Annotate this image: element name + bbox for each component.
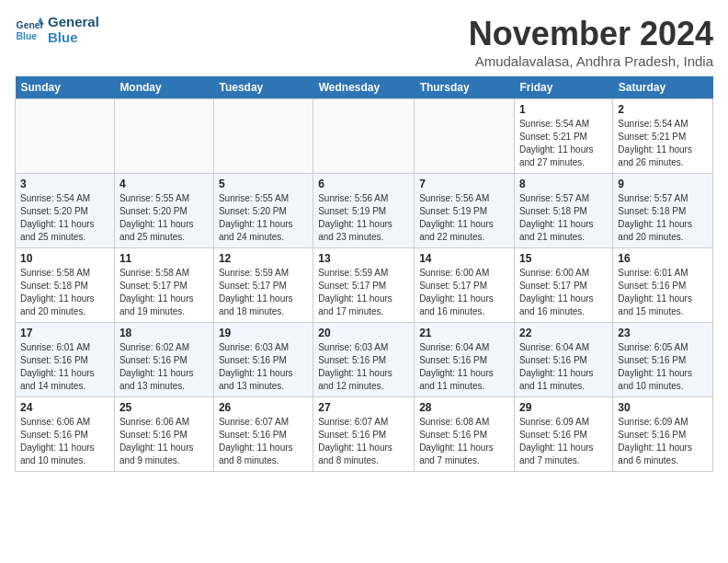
day-number: 17 (20, 327, 109, 339)
svg-text:Blue: Blue (17, 30, 38, 40)
calendar-cell: 30Sunrise: 6:09 AM Sunset: 5:16 PM Dayli… (613, 397, 713, 472)
calendar-cell: 25Sunrise: 6:06 AM Sunset: 5:16 PM Dayli… (114, 397, 213, 472)
calendar-week-3: 10Sunrise: 5:58 AM Sunset: 5:18 PM Dayli… (16, 248, 713, 323)
day-info: Sunrise: 6:04 AM Sunset: 5:16 PM Dayligh… (519, 341, 608, 393)
calendar-cell: 24Sunrise: 6:06 AM Sunset: 5:16 PM Dayli… (16, 397, 115, 472)
calendar-cell (114, 99, 213, 174)
day-number: 12 (219, 252, 308, 265)
day-info: Sunrise: 6:01 AM Sunset: 5:16 PM Dayligh… (618, 267, 708, 318)
day-info: Sunrise: 5:58 AM Sunset: 5:18 PM Dayligh… (20, 267, 109, 318)
calendar-cell: 11Sunrise: 5:58 AM Sunset: 5:17 PM Dayli… (114, 248, 213, 323)
page-header: General Blue General Blue November 2024 … (15, 15, 713, 69)
calendar-cell: 26Sunrise: 6:07 AM Sunset: 5:16 PM Dayli… (213, 397, 313, 472)
calendar-cell: 4Sunrise: 5:55 AM Sunset: 5:20 PM Daylig… (114, 174, 213, 248)
calendar-cell: 15Sunrise: 6:00 AM Sunset: 5:17 PM Dayli… (514, 248, 612, 323)
calendar-cell (213, 99, 313, 174)
calendar-cell: 16Sunrise: 6:01 AM Sunset: 5:16 PM Dayli… (613, 248, 713, 323)
day-info: Sunrise: 5:55 AM Sunset: 5:20 PM Dayligh… (219, 192, 308, 244)
calendar-cell: 14Sunrise: 6:00 AM Sunset: 5:17 PM Dayli… (415, 248, 515, 323)
calendar-week-4: 17Sunrise: 6:01 AM Sunset: 5:16 PM Dayli… (16, 323, 713, 397)
calendar-week-5: 24Sunrise: 6:06 AM Sunset: 5:16 PM Dayli… (16, 397, 713, 472)
calendar-cell: 12Sunrise: 5:59 AM Sunset: 5:17 PM Dayli… (213, 248, 313, 323)
col-header-tuesday: Tuesday (213, 76, 313, 99)
day-number: 16 (618, 252, 708, 265)
logo-text-general: General (48, 15, 99, 30)
day-info: Sunrise: 5:57 AM Sunset: 5:18 PM Dayligh… (519, 192, 608, 244)
day-info: Sunrise: 5:54 AM Sunset: 5:21 PM Dayligh… (618, 118, 708, 169)
col-header-monday: Monday (114, 76, 213, 99)
calendar-cell: 27Sunrise: 6:07 AM Sunset: 5:16 PM Dayli… (313, 397, 415, 472)
calendar-cell: 29Sunrise: 6:09 AM Sunset: 5:16 PM Dayli… (514, 397, 612, 472)
day-info: Sunrise: 5:56 AM Sunset: 5:19 PM Dayligh… (419, 192, 509, 244)
day-info: Sunrise: 5:58 AM Sunset: 5:17 PM Dayligh… (119, 267, 209, 318)
day-info: Sunrise: 6:09 AM Sunset: 5:16 PM Dayligh… (519, 416, 608, 467)
day-number: 14 (419, 252, 509, 265)
col-header-friday: Friday (514, 76, 612, 99)
day-info: Sunrise: 6:06 AM Sunset: 5:16 PM Dayligh… (119, 416, 209, 467)
calendar-cell: 1Sunrise: 5:54 AM Sunset: 5:21 PM Daylig… (514, 99, 612, 174)
day-number: 20 (318, 327, 409, 339)
calendar-cell: 20Sunrise: 6:03 AM Sunset: 5:16 PM Dayli… (313, 323, 415, 397)
calendar-cell: 18Sunrise: 6:02 AM Sunset: 5:16 PM Dayli… (114, 323, 213, 397)
day-info: Sunrise: 6:03 AM Sunset: 5:16 PM Dayligh… (219, 341, 308, 393)
day-number: 21 (419, 327, 509, 339)
svg-marker-2 (39, 17, 43, 21)
calendar-cell: 6Sunrise: 5:56 AM Sunset: 5:19 PM Daylig… (313, 174, 415, 248)
calendar-cell: 10Sunrise: 5:58 AM Sunset: 5:18 PM Dayli… (16, 248, 115, 323)
logo-icon: General Blue (15, 16, 44, 45)
calendar-cell: 3Sunrise: 5:54 AM Sunset: 5:20 PM Daylig… (16, 174, 115, 248)
calendar-table: SundayMondayTuesdayWednesdayThursdayFrid… (15, 76, 713, 472)
calendar-cell (16, 99, 115, 174)
calendar-cell: 2Sunrise: 5:54 AM Sunset: 5:21 PM Daylig… (613, 99, 713, 174)
calendar-body: 1Sunrise: 5:54 AM Sunset: 5:21 PM Daylig… (16, 99, 713, 472)
day-info: Sunrise: 6:01 AM Sunset: 5:16 PM Dayligh… (20, 341, 109, 393)
day-number: 18 (119, 327, 209, 339)
col-header-thursday: Thursday (415, 76, 515, 99)
day-info: Sunrise: 6:07 AM Sunset: 5:16 PM Dayligh… (219, 416, 308, 467)
day-number: 13 (318, 252, 409, 265)
day-number: 11 (119, 252, 209, 265)
day-info: Sunrise: 6:06 AM Sunset: 5:16 PM Dayligh… (20, 416, 109, 467)
calendar-week-2: 3Sunrise: 5:54 AM Sunset: 5:20 PM Daylig… (16, 174, 713, 248)
day-number: 1 (519, 103, 608, 116)
calendar-cell: 22Sunrise: 6:04 AM Sunset: 5:16 PM Dayli… (514, 323, 612, 397)
day-number: 19 (219, 327, 308, 339)
day-info: Sunrise: 5:54 AM Sunset: 5:20 PM Dayligh… (20, 192, 109, 244)
day-number: 5 (219, 178, 308, 190)
day-info: Sunrise: 5:59 AM Sunset: 5:17 PM Dayligh… (219, 267, 308, 318)
calendar-cell: 7Sunrise: 5:56 AM Sunset: 5:19 PM Daylig… (415, 174, 515, 248)
logo-text-blue: Blue (48, 30, 99, 46)
day-info: Sunrise: 6:00 AM Sunset: 5:17 PM Dayligh… (419, 267, 509, 318)
day-number: 23 (618, 327, 708, 339)
calendar-cell: 17Sunrise: 6:01 AM Sunset: 5:16 PM Dayli… (16, 323, 115, 397)
day-number: 7 (419, 178, 509, 190)
day-number: 10 (20, 252, 109, 265)
day-info: Sunrise: 6:09 AM Sunset: 5:16 PM Dayligh… (618, 416, 708, 467)
day-number: 3 (20, 178, 109, 190)
calendar-cell (415, 99, 515, 174)
calendar-week-1: 1Sunrise: 5:54 AM Sunset: 5:21 PM Daylig… (16, 99, 713, 174)
day-info: Sunrise: 5:59 AM Sunset: 5:17 PM Dayligh… (318, 267, 409, 318)
logo: General Blue General Blue (15, 15, 99, 45)
day-number: 2 (618, 103, 708, 116)
calendar-cell (313, 99, 415, 174)
calendar-cell: 28Sunrise: 6:08 AM Sunset: 5:16 PM Dayli… (415, 397, 515, 472)
day-number: 29 (519, 401, 608, 414)
calendar-cell: 21Sunrise: 6:04 AM Sunset: 5:16 PM Dayli… (415, 323, 515, 397)
day-info: Sunrise: 5:54 AM Sunset: 5:21 PM Dayligh… (519, 118, 608, 169)
day-info: Sunrise: 6:07 AM Sunset: 5:16 PM Dayligh… (318, 416, 409, 467)
day-info: Sunrise: 6:03 AM Sunset: 5:16 PM Dayligh… (318, 341, 409, 393)
day-info: Sunrise: 5:57 AM Sunset: 5:18 PM Dayligh… (618, 192, 708, 244)
calendar-cell: 23Sunrise: 6:05 AM Sunset: 5:16 PM Dayli… (613, 323, 713, 397)
day-number: 4 (119, 178, 209, 190)
day-number: 28 (419, 401, 509, 414)
location-subtitle: Amudalavalasa, Andhra Pradesh, India (469, 53, 713, 69)
day-number: 26 (219, 401, 308, 414)
day-number: 8 (519, 178, 608, 190)
calendar-cell: 13Sunrise: 5:59 AM Sunset: 5:17 PM Dayli… (313, 248, 415, 323)
day-info: Sunrise: 6:08 AM Sunset: 5:16 PM Dayligh… (419, 416, 509, 467)
col-header-wednesday: Wednesday (313, 76, 415, 99)
day-info: Sunrise: 5:56 AM Sunset: 5:19 PM Dayligh… (318, 192, 409, 244)
day-info: Sunrise: 5:55 AM Sunset: 5:20 PM Dayligh… (119, 192, 209, 244)
col-header-sunday: Sunday (16, 76, 115, 99)
